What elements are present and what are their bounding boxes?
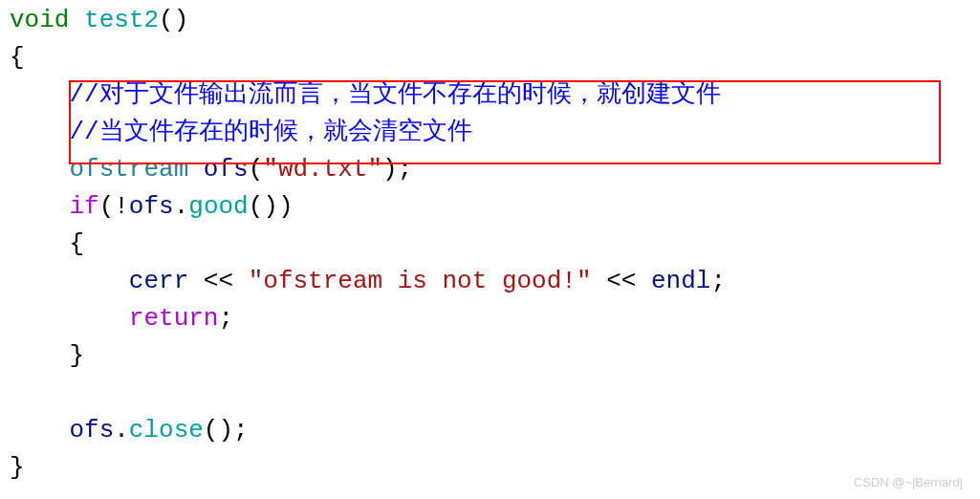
identifier-endl: endl [651,267,710,295]
dot: . [114,416,129,445]
type-ofstream: ofstream [69,155,188,184]
comment-line-1: //对于文件输出流而言，当文件不存在的时候，就创建文件 [69,80,720,109]
identifier-cerr: cerr [129,267,188,295]
identifier-ofs: ofs [69,416,114,445]
keyword-void: void [10,6,69,34]
method-close: close [129,416,204,445]
keyword-return: return [129,304,219,333]
brace-open: { [10,43,25,72]
brace-close: } [10,453,25,482]
keyword-if: if [69,192,98,221]
paren-open: ( [249,155,264,184]
semicolon: ; [218,304,233,333]
identifier-ofs: ofs [129,192,174,221]
string-filename: "wd.txt" [263,155,382,184]
comment-line-2: //当文件存在的时候，就会清空文件 [69,118,471,146]
watermark-text: CSDN @~|Bernard| [854,473,963,492]
parens: () [159,6,188,34]
stream-op: << [592,267,651,295]
semicolon: ; [710,267,726,295]
inner-brace-close: } [69,341,84,370]
string-error: "ofstream is not good!" [249,267,592,295]
paren-bang: (! [99,192,129,221]
function-name: test2 [84,6,159,34]
method-good: good [188,192,248,221]
stream-op: << [188,267,248,295]
close-parens: ()) [249,192,294,221]
close-parens: (); [204,416,249,445]
code-block: void test2() { //对于文件输出流而言，当文件不存在的时候，就创建… [10,2,970,487]
identifier-ofs: ofs [204,155,249,184]
dot: . [174,192,189,221]
inner-brace-open: { [69,229,84,258]
paren-close: ); [382,155,412,184]
